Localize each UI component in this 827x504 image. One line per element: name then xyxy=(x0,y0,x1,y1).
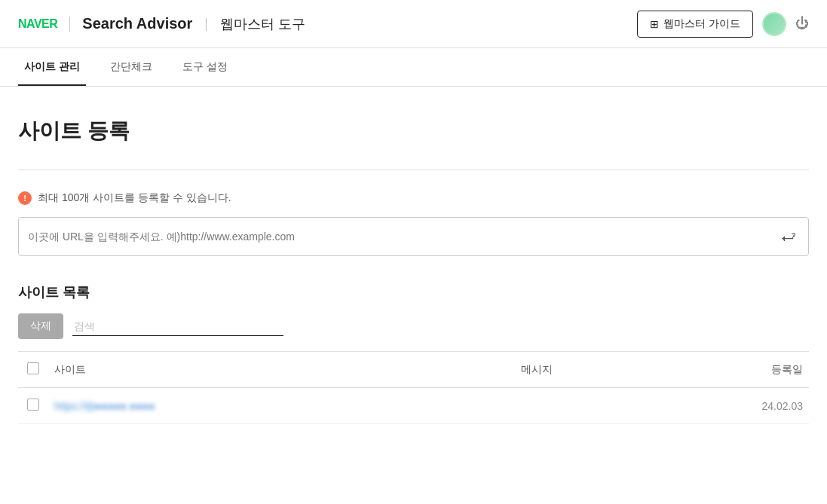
section-title: 사이트 목록 xyxy=(18,283,809,301)
row-message-cell xyxy=(458,388,616,424)
header: NAVER Search Advisor | 웹마스터 도구 ⊞ 웹마스터 가이… xyxy=(0,0,827,48)
avatar xyxy=(762,12,786,36)
toolbar: 삭제 xyxy=(18,313,809,339)
tab-tool-settings[interactable]: 도구 설정 xyxy=(176,48,234,86)
tab-quick-check[interactable]: 간단체크 xyxy=(104,48,158,86)
tab-site-management-label: 사이트 관리 xyxy=(24,60,80,72)
select-all-checkbox[interactable] xyxy=(27,362,39,374)
page-title-divider xyxy=(18,170,809,170)
info-notice: ! 최대 100개 사이트를 등록할 수 있습니다. xyxy=(18,191,809,205)
tab-site-management[interactable]: 사이트 관리 xyxy=(18,48,86,86)
row-checkbox[interactable] xyxy=(27,399,39,411)
col-checkbox xyxy=(18,352,48,388)
title-separator: | xyxy=(204,16,208,32)
app-title: Search Advisor xyxy=(82,15,192,32)
delete-button[interactable]: 삭제 xyxy=(18,313,63,339)
site-link[interactable]: https://ф●●●●●.●●●● xyxy=(54,400,155,412)
webmaster-guide-button[interactable]: ⊞ 웹마스터 가이드 xyxy=(637,11,753,38)
info-notice-text: 최대 100개 사이트를 등록할 수 있습니다. xyxy=(38,191,231,205)
col-message: 메시지 xyxy=(458,352,616,388)
app-subtitle: 웹마스터 도구 xyxy=(220,15,305,33)
header-divider xyxy=(69,17,70,32)
header-right: ⊞ 웹마스터 가이드 ⏻ xyxy=(637,11,809,38)
tab-quick-check-label: 간단체크 xyxy=(110,60,152,72)
site-table: 사이트 메시지 등록일 https://ф●●●●●.●●●● 24.02.03 xyxy=(18,351,809,424)
header-left: NAVER Search Advisor | 웹마스터 도구 xyxy=(18,15,305,33)
avatar-inner xyxy=(764,14,785,35)
login-icon: ⮐ xyxy=(781,228,796,246)
main-content: 사이트 등록 ! 최대 100개 사이트를 등록할 수 있습니다. ⮐ 사이트 … xyxy=(0,87,827,442)
table-header-row: 사이트 메시지 등록일 xyxy=(18,352,809,388)
url-submit-button[interactable]: ⮐ xyxy=(778,225,799,249)
url-input-wrapper: ⮐ xyxy=(18,217,809,256)
tab-tool-settings-label: 도구 설정 xyxy=(182,60,228,72)
info-icon: ! xyxy=(18,191,32,205)
naver-logo: NAVER xyxy=(18,17,57,31)
search-input[interactable] xyxy=(72,317,283,336)
nav-tabs: 사이트 관리 간단체크 도구 설정 xyxy=(0,48,827,87)
table-header: 사이트 메시지 등록일 xyxy=(18,352,809,388)
row-site-cell: https://ф●●●●●.●●●● xyxy=(48,388,458,424)
book-icon: ⊞ xyxy=(650,18,659,30)
site-list-section: 사이트 목록 삭제 사이트 메시지 등록일 xyxy=(18,283,809,424)
table-row: https://ф●●●●●.●●●● 24.02.03 xyxy=(18,388,809,424)
page-title: 사이트 등록 xyxy=(18,117,809,145)
row-checkbox-cell xyxy=(18,388,48,424)
row-date-cell: 24.02.03 xyxy=(616,388,809,424)
table-body: https://ф●●●●●.●●●● 24.02.03 xyxy=(18,388,809,424)
power-icon[interactable]: ⏻ xyxy=(795,16,809,32)
guide-button-label: 웹마스터 가이드 xyxy=(663,17,740,31)
col-site: 사이트 xyxy=(48,352,458,388)
col-date: 등록일 xyxy=(616,352,809,388)
url-input[interactable] xyxy=(28,231,778,243)
